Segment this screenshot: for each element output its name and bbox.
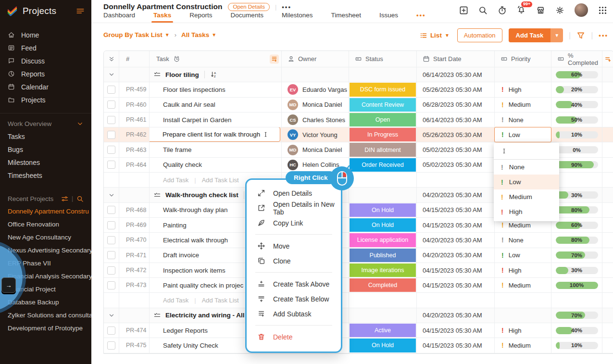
add-task-link[interactable]: Add Task [163,297,188,304]
start-date-cell[interactable]: 04/15/2023 05:30 AM [417,263,495,278]
percent-completed-cell[interactable]: 50% [551,113,602,127]
add-task-button[interactable]: Add Task ▼ [509,28,563,42]
menu-item-delete[interactable]: Delete [247,329,341,344]
percent-completed-cell[interactable]: 80% [551,233,602,248]
progress-bar[interactable]: 30% [556,191,598,199]
sidebar-item-bugs[interactable]: Bugs [0,143,91,156]
search-icon[interactable] [478,6,488,15]
sidebar-item-feed[interactable]: Feed [0,41,91,54]
progress-bar[interactable]: 50% [556,116,598,124]
percent-completed-cell[interactable]: 60% [551,67,602,82]
status-cell[interactable]: On Hold [349,203,417,218]
status-badge[interactable]: Published [350,249,416,262]
priority-cell[interactable]: !None [495,113,551,127]
status-cell[interactable]: License application [349,233,417,248]
start-date-cell[interactable]: 04/15/2023 05:30 AM [417,278,495,293]
progress-bar[interactable]: 40% [556,101,598,108]
status-cell[interactable]: In Progress [349,127,417,142]
percent-completed-cell[interactable]: 40% [551,98,602,113]
row-checkbox[interactable] [107,281,115,289]
row-select[interactable] [104,278,119,293]
col-header-collapse[interactable] [104,51,119,67]
status-badge[interactable]: License application [350,233,416,247]
header-more-icon[interactable]: ••• [282,3,291,11]
arrow-key-button[interactable]: → [1,277,16,293]
priority-cell[interactable]: !High [495,82,551,97]
status-cell[interactable]: Completed [349,278,417,293]
progress-bar[interactable]: 60% [556,71,598,78]
status-cell[interactable]: DIN allotment [349,142,417,157]
sidebar-item-discuss[interactable]: Discuss [0,54,91,67]
start-date-cell[interactable]: 06/28/2023 05:30 AM [417,98,495,113]
row-select[interactable] [104,323,119,338]
row-checkbox[interactable] [107,326,115,335]
recent-project-item[interactable]: Office Renovation [0,218,91,231]
status-cell[interactable]: Published [349,248,417,263]
row-checkbox[interactable] [107,146,115,154]
row-checkbox[interactable] [107,100,115,109]
menu-item-move[interactable]: Move [247,238,341,253]
status-badge[interactable]: Order Received [350,158,416,172]
percent-completed-cell[interactable]: 10% [551,127,602,142]
sidebar-item-reports[interactable]: Reports [0,67,91,80]
owner-cell[interactable]: EVEduardo Vargas [282,82,349,97]
recent-project-item[interactable]: Zylker Solutions and consulta [0,309,91,322]
row-checkbox[interactable] [107,206,115,214]
task-name-cell[interactable]: Caulk and Air seal [150,98,282,113]
filter-funnel-icon[interactable] [576,31,585,40]
start-date-cell[interactable]: 05/26/2023 05:30 AM [417,127,495,142]
status-badge[interactable]: On Hold [350,339,416,352]
priority-cell[interactable]: !Low [495,127,551,142]
group-by-select[interactable]: Group By Task List [103,31,163,38]
start-date-cell[interactable]: 04/15/2023 05:30 AM [417,323,495,338]
sort-az-icon[interactable]: AZ [210,71,218,78]
start-date-cell[interactable]: 06/14/2023 05:30 AM [417,113,495,127]
progress-bar[interactable]: 20% [556,86,598,93]
status-cell[interactable]: Image iterations [349,263,417,278]
row-checkbox[interactable] [107,236,115,244]
row-select[interactable] [104,127,119,142]
priority-cell[interactable]: !Medium [495,278,551,293]
project-search-icon[interactable] [76,195,84,202]
status-cell[interactable]: Content Review [349,98,417,113]
status-badge[interactable]: Active [350,324,416,337]
status-cell[interactable]: On Hold [349,218,417,233]
priority-option-none[interactable]: !None [494,160,559,175]
gear-icon[interactable] [555,6,564,15]
add-task-caret[interactable]: ▼ [550,28,563,42]
start-date-cell[interactable]: 04/20/2023 05:30 AM [417,248,495,263]
progress-bar[interactable]: 70% [556,312,598,319]
priority-cell[interactable]: !None [495,233,551,248]
owner-cell[interactable]: VYVictor Young [282,127,349,142]
row-select[interactable] [104,113,119,127]
task-name-cell[interactable]: Prepare client list for walk through [150,127,282,142]
progress-bar[interactable]: 40% [556,327,598,334]
status-cell[interactable]: On Hold [349,338,417,353]
work-overview-header[interactable]: Work Overview [0,117,91,130]
tab-tasks[interactable]: Tasks [153,12,171,23]
sidebar-item-projects[interactable]: Projects [0,93,91,106]
progress-bar[interactable]: 80% [556,237,598,244]
row-checkbox[interactable] [107,251,115,259]
priority-cell[interactable]: !Low [495,248,551,263]
chevron-down-icon[interactable] [76,120,84,127]
recent-project-item[interactable]: Development of Prototype [0,322,91,335]
priority-focused-cell[interactable]: !Low [494,127,551,142]
percent-completed-cell[interactable]: 10% [551,338,602,353]
progress-bar[interactable]: 60% [556,222,598,229]
row-checkbox[interactable] [107,86,115,94]
notifications[interactable]: 99+ [517,5,526,16]
menu-item-create-task-above[interactable]: Create Task Above [247,276,341,291]
recent-project-item[interactable]: New Age Consultancy [0,231,91,244]
row-select[interactable] [104,248,119,263]
status-cell[interactable]: Active [349,323,417,338]
start-date-cell[interactable]: 04/20/2023 05:30 AM [417,188,495,202]
row-checkbox[interactable] [107,341,115,350]
view-select[interactable]: All Tasks [181,31,209,38]
sidebar-item-milestones[interactable]: Milestones [0,156,91,169]
status-badge[interactable]: Open [350,113,416,126]
owner-cell[interactable]: CSCharles Stones [282,113,349,127]
priority-option-high[interactable]: !High [494,204,559,219]
percent-completed-cell[interactable]: 100% [551,278,602,293]
sidebar-item-calendar[interactable]: Calendar [0,80,91,93]
